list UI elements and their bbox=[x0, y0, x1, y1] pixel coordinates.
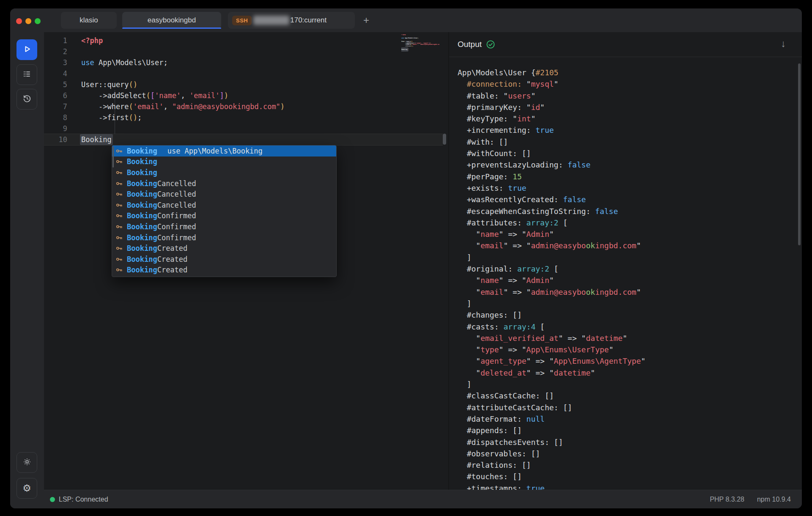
completion-item[interactable]: BookingCreated bbox=[112, 243, 336, 254]
play-icon bbox=[23, 45, 31, 55]
line-number: 7 bbox=[44, 101, 67, 112]
completion-label: BookingCreated bbox=[127, 266, 187, 274]
autocomplete-list: Bookinguse App\Models\BookingBookingBook… bbox=[112, 145, 336, 275]
output-line: #appends: [] bbox=[458, 425, 796, 436]
output-line: #escapeWhenCastingToString: false bbox=[458, 206, 796, 217]
code-text: use App\Models\User; bbox=[67, 57, 168, 68]
output-line: #attributes: array:2 [ bbox=[458, 217, 796, 228]
output-line: #keyType: "int" bbox=[458, 113, 796, 124]
key-icon bbox=[116, 223, 123, 230]
gear-icon: ⚙ bbox=[22, 483, 31, 494]
close-window-button[interactable] bbox=[16, 18, 22, 24]
completion-item[interactable]: BookingConfirmed bbox=[112, 232, 336, 243]
tab-klasio[interactable]: klasio bbox=[61, 12, 117, 29]
output-line: ] bbox=[458, 252, 796, 263]
code-line-8[interactable]: 8 ->first(); bbox=[44, 112, 443, 123]
completion-label: BookingCreated bbox=[127, 255, 187, 263]
code-line-5[interactable]: 5User::query() bbox=[44, 79, 443, 90]
key-icon bbox=[116, 201, 123, 209]
code-line-2[interactable]: 2 bbox=[44, 46, 443, 57]
code-line-1[interactable]: 1<?php bbox=[44, 35, 443, 46]
completion-item[interactable]: Booking bbox=[112, 156, 336, 167]
code-line-6[interactable]: 6 ->addSelect(['name', 'email']) bbox=[44, 90, 443, 101]
output-line: #relations: [] bbox=[458, 459, 796, 471]
line-number: 2 bbox=[44, 46, 67, 57]
tab-easybookingbd[interactable]: easybookingbd bbox=[122, 12, 221, 29]
completion-item[interactable]: BookingCancelled bbox=[112, 178, 336, 189]
tab-label: easybookingbd bbox=[148, 16, 196, 25]
output-line: "email_verified_at" => "datetime" bbox=[458, 332, 796, 344]
output-line: "name" => "Admin" bbox=[458, 274, 796, 286]
new-tab-button[interactable]: + bbox=[360, 14, 372, 26]
minimap-line: Booking bbox=[401, 49, 439, 51]
output-line: #attributeCastCache: [] bbox=[458, 402, 796, 413]
output-line: #withCount: [] bbox=[458, 148, 796, 159]
output-line: #dispatchesEvents: [] bbox=[458, 436, 796, 448]
theme-toggle-button[interactable] bbox=[16, 452, 37, 473]
key-icon bbox=[116, 191, 123, 198]
output-content: App\Models\User {#2105 #connection: "mys… bbox=[458, 67, 796, 490]
output-separator bbox=[449, 57, 802, 57]
key-icon bbox=[116, 234, 123, 241]
completion-item[interactable]: BookingCancelled bbox=[112, 189, 336, 200]
completion-item[interactable]: Booking bbox=[112, 167, 336, 178]
completion-detail: use App\Models\Booking bbox=[167, 147, 263, 155]
lsp-status-dot bbox=[50, 497, 55, 502]
line-number: 9 bbox=[44, 123, 67, 134]
history-button[interactable] bbox=[16, 89, 37, 110]
output-panel: Output ↓ App\Models\User {#2105 #connect… bbox=[449, 32, 802, 490]
completion-item[interactable]: BookingConfirmed bbox=[112, 211, 336, 222]
completion-label: BookingConfirmed bbox=[127, 211, 196, 220]
key-icon bbox=[116, 255, 123, 263]
tab-bar: klasio easybookingbd SSH 170:current + bbox=[10, 8, 802, 32]
code-line-9[interactable]: 9 bbox=[44, 123, 443, 134]
autocomplete-scrollbar[interactable] bbox=[112, 146, 114, 167]
completion-item[interactable]: BookingCreated bbox=[112, 265, 336, 276]
completion-label: BookingCancelled bbox=[127, 179, 196, 188]
code-text: Booking bbox=[67, 134, 112, 145]
output-line: +timestamps: true bbox=[458, 483, 796, 490]
snippets-list-button[interactable] bbox=[16, 64, 37, 85]
output-header: Output ↓ bbox=[449, 32, 802, 57]
output-scrollbar[interactable] bbox=[798, 63, 801, 245]
line-number: 10 bbox=[44, 134, 67, 145]
editor-scrollbar[interactable] bbox=[443, 134, 446, 145]
code-text: ->where('email', "admin@easybookingbd.co… bbox=[67, 101, 285, 112]
editor-lines: 1<?php2 3use App\Models\User;4 5User::qu… bbox=[44, 35, 443, 145]
output-line: +wasRecentlyCreated: false bbox=[458, 194, 796, 205]
code-line-7[interactable]: 7 ->where('email', "admin@easybookingbd.… bbox=[44, 101, 443, 112]
tab-ssh[interactable]: SSH 170:current bbox=[228, 12, 355, 29]
tab-label: 170:current bbox=[290, 16, 326, 25]
screen: klasio easybookingbd SSH 170:current + bbox=[0, 0, 812, 516]
output-line: #perPage: 15 bbox=[458, 171, 796, 182]
completion-label: Booking bbox=[127, 157, 157, 166]
code-line-10[interactable]: 10Booking bbox=[44, 134, 443, 145]
output-line: #casts: array:4 [ bbox=[458, 321, 796, 332]
minimize-window-button[interactable] bbox=[25, 18, 31, 24]
output-line: #primaryKey: "id" bbox=[458, 102, 796, 113]
output-line: ] bbox=[458, 379, 796, 390]
output-line: "type" => "App\Enums\UserType" bbox=[458, 344, 796, 355]
code-line-3[interactable]: 3use App\Models\User; bbox=[44, 57, 443, 68]
settings-button[interactable]: ⚙ bbox=[16, 478, 37, 499]
zoom-window-button[interactable] bbox=[35, 18, 41, 24]
sidebar: ⚙ bbox=[10, 32, 44, 508]
completion-item[interactable]: Bookinguse App\Models\Booking bbox=[112, 145, 336, 156]
output-title: Output bbox=[458, 40, 482, 49]
key-icon bbox=[116, 158, 123, 165]
php-version: PHP 8.3.28 bbox=[710, 496, 744, 503]
status-bar: LSP: Connected PHP 8.3.28 npm 10.9.4 bbox=[44, 490, 802, 508]
completion-item[interactable]: BookingConfirmed bbox=[112, 221, 336, 232]
completion-label: BookingConfirmed bbox=[127, 233, 196, 242]
output-line: #classCastCache: [] bbox=[458, 390, 796, 401]
key-icon bbox=[116, 169, 123, 176]
minimap[interactable]: <?php use App\Models\User; User::query()… bbox=[401, 34, 439, 54]
completion-item[interactable]: BookingCancelled bbox=[112, 200, 336, 211]
code-line-4[interactable]: 4 bbox=[44, 68, 443, 79]
completion-item[interactable]: BookingCreated bbox=[112, 254, 336, 265]
run-button[interactable] bbox=[16, 39, 37, 60]
output-line: #with: [] bbox=[458, 136, 796, 148]
scroll-to-bottom-icon[interactable]: ↓ bbox=[781, 38, 786, 49]
output-line: "email" => "admin@easybookingbd.com" bbox=[458, 240, 796, 251]
line-number: 6 bbox=[44, 90, 67, 101]
